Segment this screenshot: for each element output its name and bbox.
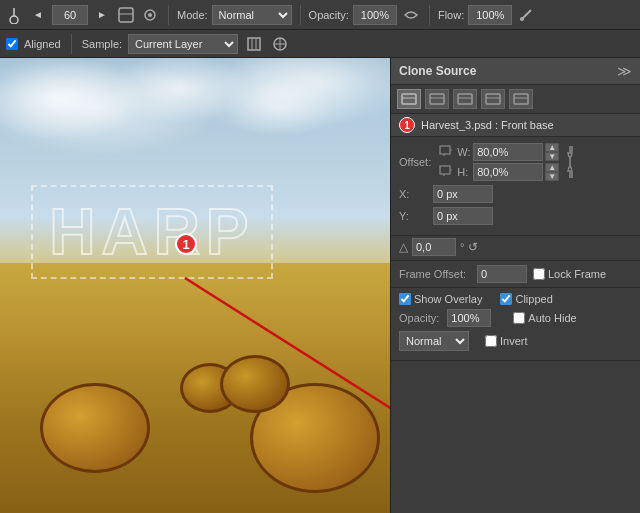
auto-hide-checkbox[interactable] [513,312,525,324]
h-resize-icon [439,165,453,179]
clipped-checkbox[interactable] [500,293,512,305]
brush-size-input[interactable]: 60 [52,5,88,25]
w-down-btn[interactable]: ▼ [545,152,559,161]
tool-preset-icon[interactable] [140,5,160,25]
overlay-opacity-label: Opacity: [399,312,439,324]
separator-1 [168,5,169,25]
overlay-top-row: Show Overlay Clipped [399,293,632,305]
brush-presets-icon[interactable] [116,5,136,25]
angle-row: △ 0,0 ° ↺ [391,236,640,261]
brush-tool-icon[interactable] [4,5,24,25]
flow-label: Flow: [438,9,464,21]
sample-select[interactable]: Current Layer [128,34,238,54]
overlay-opacity-input[interactable]: 100% [447,309,491,327]
x-row: X: 0 px [399,185,632,203]
h-down-btn[interactable]: ▼ [545,172,559,181]
offset-label: Offset: [399,156,431,168]
show-overlay-label[interactable]: Show Overlay [399,293,482,305]
svg-rect-7 [248,38,260,50]
y-row: Y: 0 px [399,207,632,225]
svg-rect-26 [514,94,528,104]
overlay-mode-select[interactable]: Normal [399,331,469,351]
w-row: W: 80,0% ▲ ▼ [439,143,559,161]
frame-offset-input[interactable]: 0 [477,265,527,283]
panel-menu-icon[interactable]: ≫ [617,63,632,79]
w-label: W: [457,146,471,158]
invert-label[interactable]: Invert [485,335,528,347]
svg-point-5 [148,13,152,17]
aligned-checkbox[interactable] [6,38,18,50]
overlay-mode-row: Normal Invert [399,331,632,351]
panel-title: Clone Source [399,64,476,78]
clipped-label[interactable]: Clipped [500,293,552,305]
opacity-input[interactable]: 100% [353,5,397,25]
flow-input[interactable]: 100% [468,5,512,25]
lock-frame-checkbox-label[interactable]: Lock Frame [533,268,606,280]
panel-title-bar: Clone Source ≫ [391,58,640,85]
offset-section: Offset: W: 80,0% [391,137,640,236]
source-badge-1: 1 [399,117,415,133]
svg-rect-22 [458,94,472,104]
mode-select[interactable]: Normal [212,5,292,25]
w-up-btn[interactable]: ▲ [545,143,559,152]
clone-source-panel: Clone Source ≫ 1 Ha [390,58,640,513]
y-label: Y: [399,210,429,222]
pen-pressure-icon[interactable] [516,5,536,25]
canvas-area[interactable]: HARP 1 2 [0,58,390,513]
link-wh-icon[interactable] [563,143,577,181]
w-stepper: ▲ ▼ [545,143,559,161]
w-input[interactable]: 80,0% [473,143,543,161]
angle-input[interactable]: 0,0 [412,238,456,256]
invert-checkbox[interactable] [485,335,497,347]
svg-rect-24 [486,94,500,104]
h-label: H: [457,166,471,178]
opacity-label: Opacity: [309,9,349,21]
overlay-opacity-row: Opacity: 100% Auto Hide [399,309,632,327]
sample-label: Sample: [82,38,122,50]
source-slot-2-btn[interactable] [425,89,449,109]
svg-rect-28 [440,146,450,154]
second-toolbar: Aligned Sample: Current Layer [0,30,640,58]
main-area: HARP 1 2 Clone Source [0,58,640,513]
airbrush-icon[interactable] [401,5,421,25]
source-slot-4-btn[interactable] [481,89,505,109]
frame-offset-row: Frame Offset: 0 Lock Frame [391,261,640,288]
show-overlay-checkbox[interactable] [399,293,411,305]
badge-1-canvas: 1 [175,233,197,255]
svg-rect-2 [119,8,133,22]
separator-2 [300,5,301,25]
source-slot-5-btn[interactable] [509,89,533,109]
source-slot-1-btn[interactable] [397,89,421,109]
size-decrease-icon[interactable]: ◄ [28,5,48,25]
svg-point-0 [10,16,18,24]
source-icons-row [391,85,640,114]
frame-offset-label: Frame Offset: [399,268,471,280]
top-toolbar: ◄ 60 ► Mode: Normal Opacity: 100% Flow: … [0,0,640,30]
svg-rect-18 [402,94,416,104]
clone-overlay-icon[interactable] [270,34,290,54]
svg-rect-31 [440,166,450,174]
offset-row: Offset: W: 80,0% [399,143,632,181]
mode-label: Mode: [177,9,208,21]
x-input[interactable]: 0 px [433,185,493,203]
h-row: H: 80,0% ▲ ▼ [439,163,559,181]
hay-bale-right-small [220,355,290,413]
size-increase-icon[interactable]: ► [92,5,112,25]
y-input[interactable]: 0 px [433,207,493,225]
lock-frame-checkbox[interactable] [533,268,545,280]
degree-label: ° [460,241,464,253]
reset-angle-icon[interactable]: ↺ [468,240,478,254]
h-input[interactable]: 80,0% [473,163,543,181]
canvas-text-harp: HARP [31,185,272,279]
svg-point-6 [520,17,524,21]
x-label: X: [399,188,429,200]
h-up-btn[interactable]: ▲ [545,163,559,172]
h-stepper: ▲ ▼ [545,163,559,181]
sample-all-icon[interactable] [244,34,264,54]
overlay-section: Show Overlay Clipped Opacity: 100% Auto … [391,288,640,361]
auto-hide-label[interactable]: Auto Hide [513,312,576,324]
source-name-text: Harvest_3.psd : Front base [421,119,554,131]
resize-icon [439,145,453,159]
separator-3 [429,5,430,25]
source-slot-3-btn[interactable] [453,89,477,109]
